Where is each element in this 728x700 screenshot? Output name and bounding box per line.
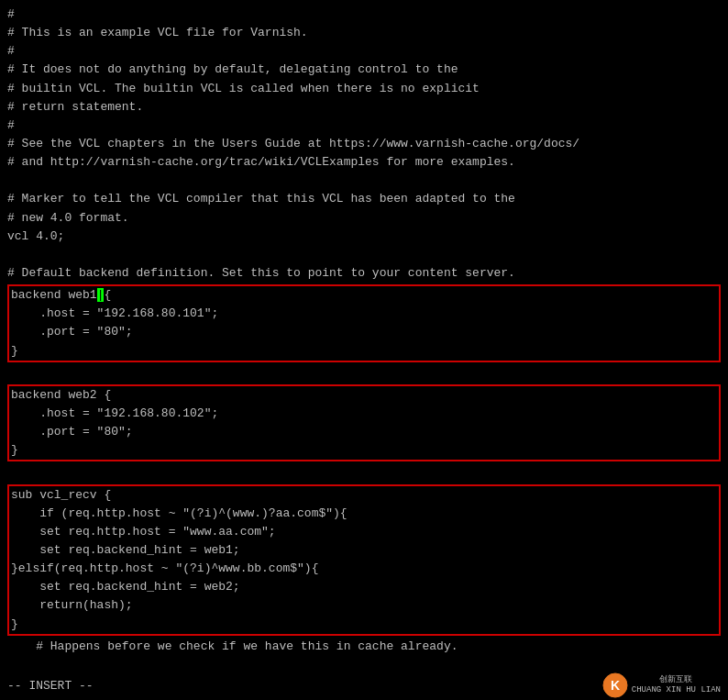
code-line: # <box>7 6 721 24</box>
code-line: vcl 4.0; <box>7 228 721 246</box>
code-line: set req.http.host = "www.aa.com"; <box>11 523 717 541</box>
code-line: } <box>11 342 717 361</box>
code-line: # <box>7 42 721 61</box>
logo-area: K 创新互联 CHUANG XIN HU LIAN <box>602 672 721 698</box>
code-line <box>7 246 721 264</box>
backend-web1-block: backend web1|{ .host = "192.168.80.101";… <box>7 284 721 362</box>
code-line: } <box>11 616 717 634</box>
code-line: return(hash); <box>11 596 717 615</box>
backend-web2-block: backend web2 { .host = "192.168.80.102";… <box>7 384 721 462</box>
code-line: # <box>7 117 721 135</box>
code-line: if (req.http.host ~ "(?i)^(www.)?aa.com$… <box>11 505 717 523</box>
code-line: # Happens before we check if we have thi… <box>7 638 721 656</box>
insert-mode-label: -- INSERT -- <box>7 679 94 693</box>
code-area: # # This is an example VCL file for Varn… <box>0 4 728 658</box>
code-line <box>7 364 721 383</box>
code-line: # builtin VCL. The builtin VCL is called… <box>7 80 721 98</box>
code-line: # This is an example VCL file for Varnis… <box>7 24 721 42</box>
status-bar: -- INSERT -- K 创新互联 CHUANG XIN HU LIAN <box>0 671 728 700</box>
code-line: # Default backend definition. Set this t… <box>7 264 721 283</box>
cursor: | <box>97 288 105 302</box>
code-line: backend web2 { <box>11 386 717 405</box>
code-line: .host = "192.168.80.101"; <box>11 305 717 323</box>
editor-container: # # This is an example VCL file for Varn… <box>0 0 728 700</box>
code-line: set req.backend_hint = web2; <box>11 578 717 596</box>
logo-text: 创新互联 CHUANG XIN HU LIAN <box>632 675 721 695</box>
code-line: # new 4.0 format. <box>7 209 721 228</box>
code-line: .port = "80"; <box>11 323 717 341</box>
code-line: # and http://varnish-cache.org/trac/wiki… <box>7 153 721 172</box>
code-line: backend web1|{ <box>11 286 717 305</box>
code-line: sub vcl_recv { <box>11 486 717 505</box>
logo-icon: K <box>602 672 628 698</box>
vcl-recv-block: sub vcl_recv { if (req.http.host ~ "(?i)… <box>7 484 721 636</box>
code-line: # It does not do anything by default, de… <box>7 61 721 79</box>
code-line: # See the VCL chapters in the Users Guid… <box>7 135 721 153</box>
code-line <box>7 463 721 482</box>
code-line: .host = "192.168.80.102"; <box>11 405 717 423</box>
code-line: set req.backend_hint = web1; <box>11 541 717 560</box>
code-line <box>7 172 721 190</box>
code-line: } <box>11 441 717 460</box>
code-line: }elsif(req.http.host ~ "(?i)^www.bb.com$… <box>11 560 717 578</box>
code-line: # Marker to tell the VCL compiler that t… <box>7 190 721 208</box>
svg-text:K: K <box>611 678 620 693</box>
code-line: .port = "80"; <box>11 423 717 441</box>
code-line: # return statement. <box>7 98 721 117</box>
